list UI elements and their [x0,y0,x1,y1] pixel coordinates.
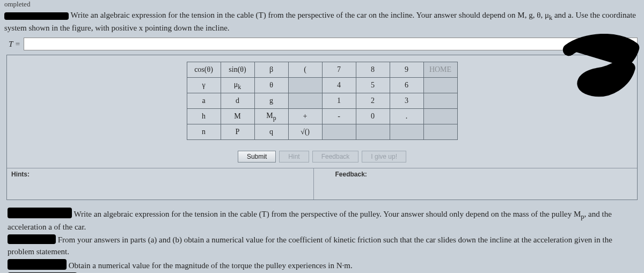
key-p[interactable]: P [221,124,254,140]
hints-feedback-row: Hints: Feedback: [7,168,637,200]
question-prompt: Write an algebraic expression for the te… [0,9,644,35]
key-2[interactable]: 2 [356,93,390,109]
key-blank [288,93,322,109]
key-9[interactable]: 9 [390,62,423,78]
key-mp[interactable]: Mp [254,109,288,124]
key-blank [423,124,457,140]
key-8[interactable]: 8 [356,62,390,78]
key-m[interactable]: M [221,109,254,124]
followup-d-text: Obtain a numerical value for the magnitu… [69,261,353,270]
hint-button-disabled: Hint [279,151,309,163]
key-d[interactable]: d [221,93,254,109]
redaction-block [8,208,72,218]
key-0[interactable]: 0 [356,109,390,124]
followup-questions: Write an algebraic expression for the te… [8,208,636,273]
key-[interactable]: γ [187,78,221,93]
page-partial-header: ompleted [0,0,644,9]
key-1[interactable]: 1 [322,93,356,109]
key-sin[interactable]: sin(θ) [221,62,254,78]
submit-button[interactable]: Submit [238,151,276,163]
prompt-text-main: Write an algebraic expression for the te… [70,11,548,19]
key-[interactable]: . [390,109,423,124]
key-blank [423,93,457,109]
redaction-block [8,234,56,244]
give-up-button-disabled: I give up! [362,151,406,163]
hints-panel-label: Hints: [7,168,314,200]
answer-input[interactable] [24,38,638,50]
key-a[interactable]: a [187,93,221,109]
redaction-scribble-top-right [561,34,641,93]
followup-b-text-1: Write an algebraic expression for the te… [74,210,581,218]
key-4[interactable]: 4 [322,78,356,93]
key-[interactable]: ( [288,62,322,78]
key-[interactable]: θ [254,78,288,93]
feedback-panel-label: Feedback: [314,168,638,200]
key-[interactable]: - [322,109,356,124]
question-frame: cos(θ)sin(θ)β(789HOMEγμkθ456adg123hMMp+-… [6,55,638,200]
followup-c-text: From your answers in parts (a) and (b) o… [8,235,612,256]
answer-label: T = [9,40,20,49]
key-k[interactable]: μk [221,78,254,93]
key-blank [423,78,457,93]
feedback-button-disabled: Feedback [312,151,359,163]
key-3[interactable]: 3 [390,93,423,109]
key-blank [322,124,356,140]
key-[interactable]: + [288,109,322,124]
key-g[interactable]: g [254,93,288,109]
key-5[interactable]: 5 [356,78,390,93]
key-cos[interactable]: cos(θ) [187,62,221,78]
key-q[interactable]: q [254,124,288,140]
key-[interactable]: β [254,62,288,78]
key-home: HOME [423,62,457,78]
symbol-keypad: cos(θ)sin(θ)β(789HOMEγμkθ456adg123hMMp+-… [187,62,458,140]
key-blank [390,124,423,140]
key-6[interactable]: 6 [390,78,423,93]
redaction-block [8,259,67,270]
key-blank [288,78,322,93]
key-[interactable]: √() [288,124,322,140]
redaction-block [4,12,69,20]
key-h[interactable]: h [187,109,221,124]
key-blank [423,109,457,124]
key-blank [356,124,390,140]
key-n[interactable]: n [187,124,221,140]
key-7[interactable]: 7 [322,62,356,78]
